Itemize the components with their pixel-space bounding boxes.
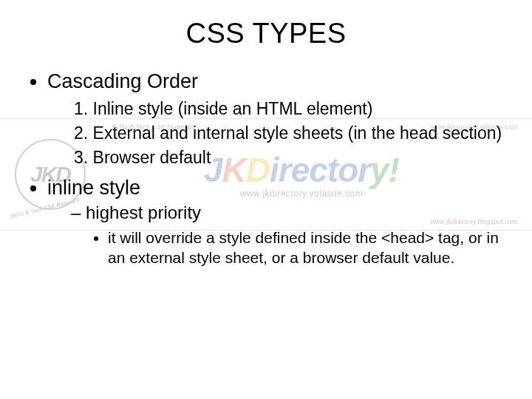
dash-list: highest priority it will override a styl… — [47, 202, 502, 268]
bullet-inline-style: inline style highest priority it will ov… — [47, 177, 502, 268]
sub-bullet-override: it will override a style defined inside … — [108, 228, 502, 268]
num-item-1: 1. Inline style (inside an HTML element) — [74, 98, 502, 120]
slide-title: CSS TYPES — [30, 18, 502, 50]
num-item-3: 3. Browser default — [74, 146, 502, 169]
slide-content: CSS TYPES Cascading Order 1. Inline styl… — [0, 0, 532, 268]
numbered-list: 1. Inline style (inside an HTML element)… — [47, 98, 502, 169]
dash-item-priority: highest priority it will override a styl… — [71, 202, 502, 268]
sub-bullet-list: it will override a style defined inside … — [71, 228, 502, 268]
dash-label: highest priority — [86, 202, 201, 222]
bullet-list-top: Cascading Order 1. Inline style (inside … — [30, 70, 502, 268]
bullet-label: inline style — [47, 177, 140, 199]
num-item-2: 2. External and internal style sheets (i… — [74, 122, 502, 145]
bullet-label: Cascading Order — [47, 70, 198, 92]
bullet-cascading-order: Cascading Order 1. Inline style (inside … — [47, 70, 502, 169]
